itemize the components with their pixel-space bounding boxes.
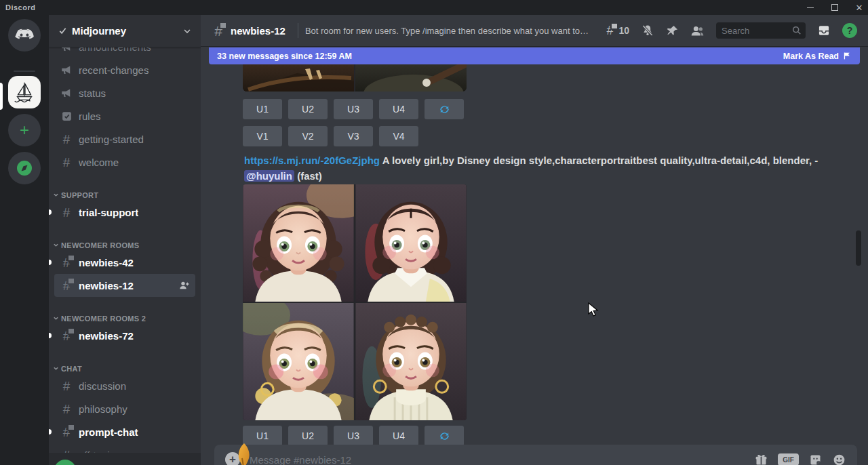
active-server-pill [0,83,3,110]
megaphone-icon [60,64,73,76]
u2-button[interactable]: U2 [288,99,328,119]
sailboat-icon [12,79,37,105]
titlebar: Discord ✕ [0,0,868,15]
sidebar-item-trial-support[interactable]: # trial-support [54,201,195,224]
mark-as-read-button[interactable]: Mark As Read [783,52,852,61]
prompt-text: A lovely girl,by Disney design style,cha… [382,155,818,166]
u1-button[interactable]: U1 [243,99,282,119]
server-header[interactable]: Midjourney [49,15,201,47]
message-link[interactable]: https://s.mj.run/-20fGeZjphg [244,155,380,166]
add-server-button[interactable]: + [8,114,41,146]
category-newcomer-rooms[interactable]: NEWCOMER ROOMS [49,233,201,251]
portrait-girl-3 [243,303,354,420]
new-messages-banner[interactable]: 33 new messages since 12:59 AM Mark As R… [209,47,860,64]
user-avatar[interactable] [54,460,76,465]
category-newcomer-rooms-2[interactable]: NEWCOMER ROOMS 2 [49,306,201,324]
unread-pill [49,260,52,265]
chevron-down-icon [53,315,59,321]
sidebar-item-prompt-chat[interactable]: # prompt-chat [54,420,195,443]
hash-icon: # [60,403,73,416]
notifications-muted-button[interactable] [641,24,654,37]
generated-image-4[interactable] [355,303,467,420]
search-input[interactable] [720,25,792,37]
u3-button[interactable]: U3 [334,426,373,446]
unread-pill [49,429,52,434]
reroll-button[interactable] [425,99,464,119]
v2-button[interactable]: V2 [288,126,328,146]
sidebar-item-status[interactable]: status [54,81,195,104]
gift-icon[interactable] [754,453,768,465]
person-add-icon [179,280,190,291]
minimize-button[interactable] [806,3,815,12]
hash-icon: # [60,206,73,219]
sidebar-item-discussion[interactable]: # discussion [54,374,195,397]
chevron-down-icon [53,242,59,248]
channel-topic[interactable]: Bot room for new users. Type /imagine th… [305,26,590,36]
home-button[interactable] [8,19,41,52]
discord-window: Discord ✕ + [0,0,868,465]
hash-chat-icon: # [603,24,616,37]
sidebar-item-rules[interactable]: rules [54,104,195,127]
user-mention[interactable]: @huyulin [244,170,294,182]
pinned-messages-button[interactable] [666,24,679,37]
u2-button[interactable]: U2 [288,426,328,446]
create-invite-button[interactable] [179,280,190,291]
member-list-button[interactable] [690,24,705,38]
megaphone-icon [60,87,73,99]
fast-mode-label: (fast) [297,170,322,182]
sidebar-item-philosophy[interactable]: # philosophy [54,397,195,420]
help-button[interactable]: ? [842,23,857,38]
chevron-down-icon [53,192,59,198]
maximize-icon [831,4,838,11]
header-divider [298,23,298,38]
refresh-icon [439,104,450,115]
bell-slash-icon [641,24,654,37]
hash-chat-icon: # [60,256,73,269]
inbox-button[interactable] [817,24,831,37]
v3-button[interactable]: V3 [334,126,373,146]
chevron-down-icon [53,365,59,371]
gif-picker-button[interactable]: GIF [778,453,799,465]
reroll-button[interactable] [425,426,464,446]
v1-button[interactable]: V1 [243,126,282,146]
category-chat[interactable]: CHAT [49,357,201,374]
generated-image-1[interactable] [243,184,354,302]
sticker-icon[interactable] [808,453,823,465]
maximize-button[interactable] [830,3,840,12]
sidebar-item-newbies-42[interactable]: # newbies-42 [54,251,195,274]
category-support[interactable]: SUPPORT [49,183,201,201]
previous-generated-image[interactable] [243,60,467,92]
sidebar-item-newbies-72[interactable]: # newbies-72 [54,324,195,347]
minimize-icon [807,7,814,8]
u3-button[interactable]: U3 [334,99,373,119]
search-box[interactable] [716,22,806,39]
channel-sidebar: announcements recent-changes status rule… [49,15,201,465]
threads-button[interactable]: # 10 [603,24,629,37]
hash-icon: # [60,380,73,392]
sidebar-item-welcome[interactable]: # welcome [54,150,195,174]
server-name: Midjourney [72,25,178,37]
sidebar-item-recent-changes[interactable]: recent-changes [54,58,195,81]
generated-image-2[interactable] [355,184,467,302]
hash-chat-icon: # [60,329,73,342]
discord-logo-icon [15,28,34,42]
v4-button[interactable]: V4 [379,126,418,146]
chat-area: # newbies-12 Bot room for new users. Typ… [201,15,868,465]
chat-scrollbar-thumb[interactable] [856,230,861,266]
window-title: Discord [5,3,35,12]
close-button[interactable]: ✕ [854,3,864,12]
message-composer[interactable]: + Message #newbies-12 GIF [214,445,857,465]
generated-image-3[interactable] [243,303,354,420]
sidebar-item-newbies-12[interactable]: # newbies-12 [54,274,195,297]
u4-button[interactable]: U4 [379,426,418,446]
portrait-girl-1 [243,184,354,302]
u4-button[interactable]: U4 [379,99,418,119]
server-midjourney-button[interactable] [8,76,41,108]
sidebar-item-getting-started[interactable]: # getting-started [54,127,195,150]
close-icon: ✕ [856,3,863,12]
composer-placeholder[interactable]: Message #newbies-12 [250,454,754,465]
hash-chat-icon: # [60,279,73,292]
explore-servers-button[interactable] [8,152,41,184]
search-icon [792,26,802,35]
emoji-icon[interactable] [832,453,846,465]
